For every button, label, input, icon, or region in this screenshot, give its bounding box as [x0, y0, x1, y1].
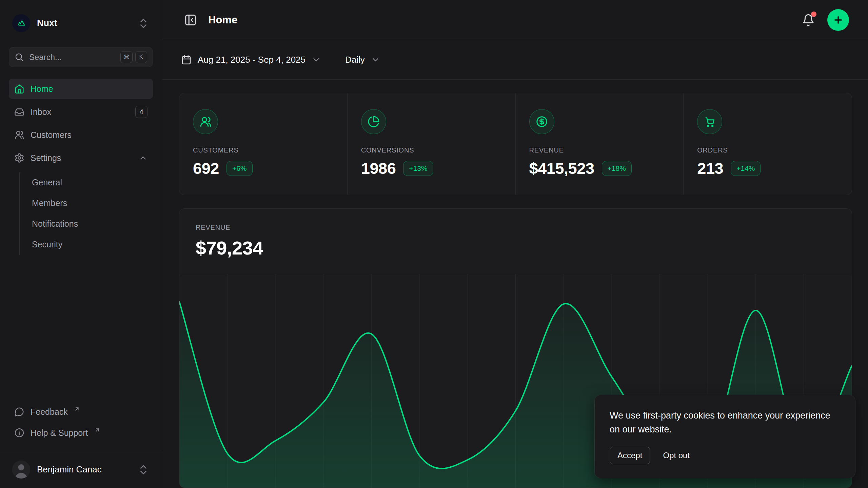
- cookie-banner: We use first-party cookies to enhance yo…: [594, 395, 855, 478]
- help-support-label: Help & Support: [31, 428, 88, 438]
- stat-label: CUSTOMERS: [193, 146, 334, 154]
- page-title: Home: [208, 14, 237, 26]
- revenue-label: REVENUE: [196, 224, 835, 231]
- page-header: Home: [162, 0, 868, 40]
- user-name: Benjamin Canac: [37, 464, 131, 475]
- stat-customers[interactable]: CUSTOMERS 692 +6%: [179, 93, 348, 195]
- sidebar-item-label: Customers: [31, 130, 72, 140]
- add-button[interactable]: [827, 9, 849, 31]
- message-bubble-icon: [14, 407, 24, 417]
- sidebar-nav: Home Inbox 4 Customers: [9, 79, 153, 255]
- chevrons-up-down-icon: [137, 464, 150, 476]
- avatar: [12, 461, 30, 479]
- sidebar: Nuxt Search... ⌘ K: [0, 0, 162, 488]
- gear-icon: [14, 153, 24, 163]
- chevrons-up-down-icon: [137, 17, 150, 29]
- search-icon: [15, 53, 24, 62]
- feedback-label: Feedback: [31, 407, 68, 417]
- search-shortcut: ⌘ K: [120, 51, 147, 63]
- sidebar-item-label: Settings: [31, 153, 61, 163]
- accept-button[interactable]: Accept: [610, 447, 650, 464]
- stat-value: 213: [697, 159, 723, 178]
- users-icon: [193, 109, 218, 134]
- sidebar-subitem-members[interactable]: Members: [20, 193, 153, 214]
- kbd-cmd: ⌘: [120, 51, 133, 63]
- feedback-link[interactable]: Feedback: [9, 401, 153, 422]
- main: Home Aug 21, 2025 - Sep 4, 2025: [162, 0, 868, 488]
- sidebar-footer: Feedback Help & Support: [9, 401, 153, 451]
- chevron-down-icon: [312, 55, 321, 64]
- nuxt-logo-icon: [12, 14, 30, 32]
- opt-out-button[interactable]: Opt out: [663, 451, 690, 460]
- home-icon: [14, 84, 24, 94]
- users-icon: [14, 130, 24, 140]
- sidebar-scroll: Nuxt Search... ⌘ K: [0, 0, 162, 451]
- notification-dot: [811, 12, 816, 17]
- stat-value: 1986: [361, 159, 396, 178]
- sidebar-subitem-security[interactable]: Security: [20, 234, 153, 255]
- stat-delta-badge: +6%: [226, 161, 253, 176]
- date-range-label: Aug 21, 2025 - Sep 4, 2025: [198, 55, 305, 65]
- stat-conversions[interactable]: CONVERSIONS 1986 +13%: [348, 93, 516, 195]
- sidebar-item-customers[interactable]: Customers: [9, 125, 153, 145]
- sidebar-subitem-notifications[interactable]: Notifications: [20, 214, 153, 234]
- chevron-down-icon: [371, 55, 380, 64]
- cart-icon: [697, 109, 722, 134]
- search-placeholder: Search...: [29, 53, 115, 62]
- calendar-icon: [181, 55, 192, 65]
- revenue-value: $79,234: [196, 237, 835, 259]
- external-link-icon: [94, 427, 100, 433]
- stat-label: ORDERS: [697, 146, 838, 154]
- stat-orders[interactable]: ORDERS 213 +14%: [684, 93, 852, 195]
- panel-left-close-icon: [184, 14, 197, 26]
- sidebar-item-settings[interactable]: Settings: [9, 148, 153, 168]
- sidebar-item-home[interactable]: Home: [9, 79, 153, 99]
- revenue-header: REVENUE $79,234: [179, 209, 852, 259]
- stat-delta-badge: +18%: [602, 161, 632, 176]
- external-link-icon: [74, 406, 80, 412]
- stat-value: $415,523: [529, 159, 594, 178]
- app-root: Nuxt Search... ⌘ K: [0, 0, 868, 488]
- inbox-icon: [14, 107, 24, 117]
- stat-revenue[interactable]: REVENUE $415,523 +18%: [516, 93, 684, 195]
- cookie-actions: Accept Opt out: [610, 447, 840, 464]
- sidebar-item-label: Inbox: [31, 107, 51, 117]
- stat-value: 692: [193, 159, 219, 178]
- collapse-sidebar-button[interactable]: [181, 11, 200, 29]
- user-strip: Benjamin Canac: [0, 451, 162, 488]
- sidebar-subitem-general[interactable]: General: [20, 172, 153, 193]
- help-support-link[interactable]: Help & Support: [9, 422, 153, 443]
- stats-panel: CUSTOMERS 692 +6% CONVERSIONS 1986 +13%: [179, 93, 852, 195]
- chevron-up-icon: [139, 154, 147, 162]
- sidebar-item-label: Home: [31, 84, 53, 94]
- team-name: Nuxt: [37, 18, 131, 28]
- search-input[interactable]: Search... ⌘ K: [9, 47, 153, 67]
- granularity-select[interactable]: Daily: [345, 55, 380, 65]
- cookie-message: We use first-party cookies to enhance yo…: [610, 409, 840, 436]
- date-range-picker[interactable]: Aug 21, 2025 - Sep 4, 2025: [181, 55, 321, 65]
- sidebar-item-inbox[interactable]: Inbox 4: [9, 102, 153, 122]
- stat-delta-badge: +14%: [731, 161, 761, 176]
- team-switcher[interactable]: Nuxt: [9, 12, 153, 34]
- settings-submenu: General Members Notifications Security: [19, 172, 153, 255]
- kbd-k: K: [135, 51, 147, 63]
- pie-chart-icon: [361, 109, 386, 134]
- notifications-button[interactable]: [799, 11, 818, 29]
- info-circle-icon: [14, 428, 24, 438]
- user-menu[interactable]: Benjamin Canac: [9, 458, 153, 481]
- stat-delta-badge: +13%: [403, 161, 433, 176]
- header-actions: [799, 9, 849, 31]
- granularity-label: Daily: [345, 55, 365, 65]
- toolbar: Aug 21, 2025 - Sep 4, 2025 Daily: [162, 40, 868, 80]
- dollar-circle-icon: [529, 109, 554, 134]
- plus-icon: [833, 15, 844, 25]
- inbox-count-badge: 4: [135, 106, 147, 118]
- stat-label: REVENUE: [529, 146, 670, 154]
- stat-label: CONVERSIONS: [361, 146, 502, 154]
